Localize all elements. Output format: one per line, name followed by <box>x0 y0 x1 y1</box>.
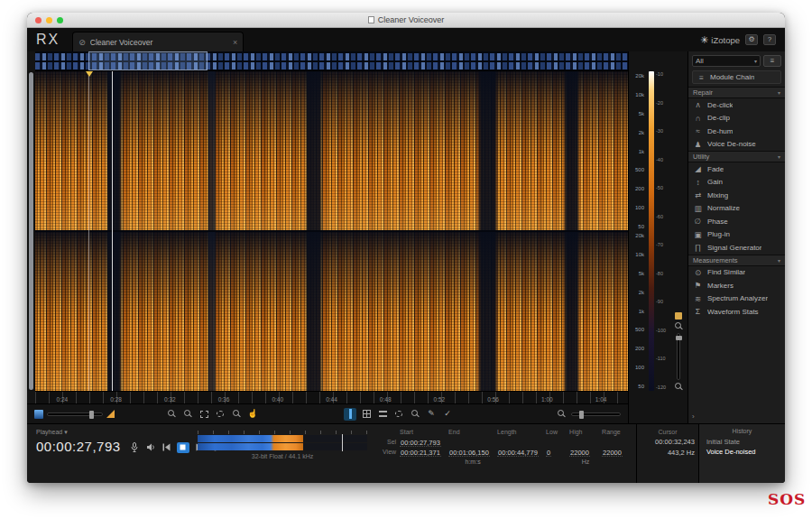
db-label: -20 <box>656 101 669 107</box>
horizontal-zoom-slider[interactable] <box>571 412 621 416</box>
frequency-label: 1k <box>639 149 644 154</box>
module-chain-item[interactable]: ≡ Module Chain <box>692 70 781 84</box>
row-label-view: View <box>378 449 400 457</box>
waveform-view-icon[interactable] <box>106 410 115 418</box>
horizontal-zoom-button[interactable] <box>555 408 567 421</box>
vertical-zoom-knob[interactable] <box>676 336 682 340</box>
view-end-value[interactable]: 00:01:06,150 <box>448 449 490 457</box>
module-item[interactable]: ⊙ Find Similar <box>688 266 785 280</box>
vertical-scrollbar-thumb[interactable] <box>29 72 33 390</box>
module-item[interactable]: ∩ De-clip <box>688 112 785 125</box>
view-low-value[interactable]: 0 <box>546 449 551 457</box>
view-high-value[interactable]: 22000 <box>569 449 590 457</box>
blend-slider-knob[interactable] <box>89 411 94 419</box>
cursor-frequency-value: 443,2 Hz <box>641 449 695 457</box>
zoom-slider-magnifier-icon <box>558 410 566 418</box>
spectrogram-channels[interactable] <box>35 71 628 391</box>
selection-marker-line[interactable] <box>88 71 89 391</box>
brush-tool[interactable]: ✎ <box>425 408 438 421</box>
section-header-measurements[interactable]: Measurements ▾ <box>688 255 785 266</box>
playhead-time-display[interactable]: 00:00:27,793 <box>36 439 121 454</box>
spectrogram-waveform-blend-slider[interactable] <box>47 412 103 416</box>
zoom-in-tool[interactable] <box>165 408 178 421</box>
plug-in-icon: ▣ <box>693 230 703 239</box>
cursor-time-value: 00:00:32,243 <box>641 438 695 446</box>
module-item[interactable]: ∅ Phase <box>688 215 785 228</box>
file-overview[interactable] <box>35 51 628 71</box>
view-length-value[interactable]: 00:00:44,779 <box>497 449 539 457</box>
module-item[interactable]: ≈ De-hum <box>688 125 785 138</box>
module-item[interactable]: Σ Waveform Stats <box>688 305 785 319</box>
module-item[interactable]: ↕ Gain <box>688 176 785 190</box>
vertical-scrollbar[interactable] <box>27 71 35 391</box>
lasso-selection-tool[interactable] <box>392 408 405 421</box>
module-item[interactable]: ∏ Signal Generator <box>688 241 785 255</box>
time-ruler[interactable]: 0:240:280:320:360:400:440:480:520:561:00… <box>35 391 628 403</box>
history-item[interactable]: Voice De-noised <box>699 447 785 457</box>
zoom-selection-tool[interactable] <box>198 408 210 421</box>
settings-button[interactable]: ⚙ <box>745 34 758 45</box>
time-ruler-label: 0:32 <box>164 396 176 403</box>
sidebar-collapse-arrow[interactable]: › <box>692 412 695 421</box>
stop-button[interactable] <box>177 442 189 453</box>
module-item[interactable]: ♟ Voice De-noise <box>688 138 785 152</box>
help-button[interactable]: ? <box>763 34 776 45</box>
horizontal-zoom-knob[interactable] <box>579 411 584 419</box>
view-start-value[interactable]: 00:00:21,371 <box>400 449 441 457</box>
app-topbar: RX ⊘ Cleaner Voiceover × ✳ iZotope ⚙ ? <box>27 28 785 51</box>
module-filter-row: All ▾ ≡ <box>688 51 785 70</box>
fit-view-icon[interactable] <box>675 312 682 320</box>
transport-overview[interactable]: 32-bit Float / 44.1 kHz <box>194 424 371 483</box>
view-range-value[interactable]: 22000 <box>602 449 623 457</box>
spectrogram-channel-right[interactable] <box>35 230 628 391</box>
grab-tool[interactable]: ☝ <box>246 408 259 421</box>
file-tab-label: Cleaner Voiceover <box>90 38 228 47</box>
time-frequency-selection-tool[interactable] <box>360 408 373 421</box>
module-item[interactable]: ʌ De-click <box>688 98 785 112</box>
history-item[interactable]: Initial State <box>699 437 785 447</box>
module-filter-dropdown[interactable]: All ▾ <box>692 55 761 67</box>
module-list-button[interactable]: ≡ <box>763 55 781 67</box>
spectrogram-view-icon[interactable] <box>34 410 43 419</box>
playhead-marker-icon[interactable] <box>86 71 93 77</box>
magnify-tool[interactable] <box>230 408 243 421</box>
section-header-repair[interactable]: Repair ▾ <box>688 87 785 98</box>
tab-close-icon[interactable]: × <box>233 38 237 47</box>
spectrogram-channel-left[interactable] <box>35 71 628 230</box>
module-item[interactable]: ≋ Spectrum Analyzer <box>688 292 785 306</box>
freq-unit-selector[interactable]: Hz <box>569 459 602 467</box>
vertical-zoom-slider[interactable] <box>677 333 680 380</box>
frequency-label: 100 <box>635 365 644 370</box>
cursor-readout: Cursor 00:00:32,243 443,2 Hz <box>636 424 698 483</box>
playhead-dropdown[interactable]: Playhead ▾ <box>36 429 194 436</box>
col-header-start: Start <box>400 429 448 437</box>
module-item[interactable]: ▣ Plug-in <box>688 228 785 242</box>
db-label: -30 <box>656 129 669 134</box>
module-item[interactable]: ◢ Fade <box>688 162 785 176</box>
module-item[interactable]: ⇄ Mixing <box>688 189 785 202</box>
monitor-button[interactable] <box>144 442 157 453</box>
file-tab[interactable]: ⊘ Cleaner Voiceover × <box>72 32 244 51</box>
go-to-start-button[interactable] <box>161 442 173 453</box>
db-label: -60 <box>656 215 669 220</box>
vertical-zoom-out-icon[interactable] <box>675 383 683 391</box>
fade-icon: ◢ <box>693 164 703 173</box>
lasso-zoom-tool[interactable] <box>214 408 226 421</box>
record-button[interactable] <box>128 442 141 453</box>
module-item[interactable]: ▥ Normalize <box>688 202 785 216</box>
playhead-position-line <box>112 71 113 391</box>
magic-wand-tool[interactable] <box>409 408 421 421</box>
module-item[interactable]: ⚑ Markers <box>688 279 785 292</box>
overview-view-window[interactable] <box>88 51 207 70</box>
sel-start-value[interactable]: 00:00:27,793 <box>400 439 441 447</box>
time-unit-selector[interactable]: h:m:s <box>448 459 497 467</box>
section-header-utility[interactable]: Utility ▾ <box>688 151 785 162</box>
help-icon: ? <box>768 35 771 43</box>
window-title: Cleaner Voiceover <box>27 15 785 24</box>
vertical-zoom-in-icon[interactable] <box>675 322 683 330</box>
zoom-out-tool[interactable] <box>181 408 194 421</box>
frequency-selection-tool[interactable] <box>376 408 389 421</box>
instant-process-toggle[interactable]: ✓ <box>441 408 454 421</box>
time-selection-tool[interactable] <box>344 408 356 421</box>
find-similar-icon: ⊙ <box>693 268 703 277</box>
